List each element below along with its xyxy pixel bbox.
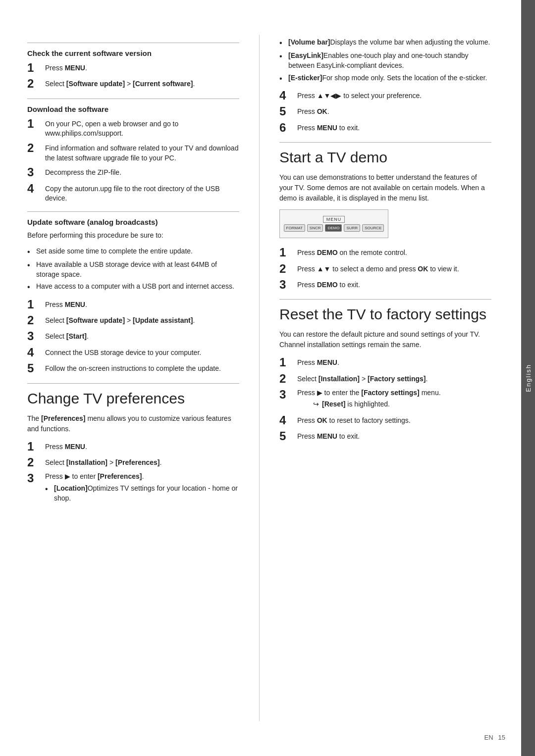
change-tv-desc: The [Preferences] menu allows you to cus… bbox=[27, 413, 239, 434]
steps-download-software: 1 On your PC, open a web browser and go … bbox=[27, 117, 239, 203]
steps-tv-demo: 1 Press DEMO on the remote control. 2 Pr… bbox=[279, 246, 491, 291]
tv-menu-surr: SURR bbox=[344, 224, 360, 232]
step-item: 5 Press MENU to exit. bbox=[279, 430, 491, 443]
bullet-dot: • bbox=[27, 260, 36, 271]
preferences-bullets: • [Location]Optimizes TV settings for yo… bbox=[45, 484, 239, 503]
divider-change-tv bbox=[27, 383, 239, 384]
step-number: 4 bbox=[27, 182, 43, 195]
steps-continuation: 4 Press ▲▼◀▶ to select your preference. … bbox=[279, 89, 491, 134]
step-number: 1 bbox=[27, 117, 43, 130]
step-number: 1 bbox=[27, 440, 43, 453]
step-text: Press MENU. bbox=[297, 356, 339, 368]
divider-check bbox=[27, 43, 239, 43]
right-column: • [Volume bar]Displays the volume bar wh… bbox=[260, 35, 491, 721]
step-number: 1 bbox=[27, 298, 43, 311]
tv-demo-desc: You can use demonstrations to better und… bbox=[279, 172, 491, 203]
step-number: 3 bbox=[27, 166, 43, 179]
sidebar-label: English bbox=[525, 364, 532, 392]
step-text: Select [Start]. bbox=[45, 330, 89, 342]
page-number: 15 bbox=[498, 734, 505, 741]
step-text: Press DEMO to exit. bbox=[297, 278, 360, 290]
heading-check-software: Check the current software version bbox=[27, 49, 239, 57]
arrow-symbol: ↪ bbox=[313, 400, 319, 408]
bullet-dot: • bbox=[45, 484, 54, 495]
bullet-dot: • bbox=[279, 73, 288, 84]
step-text: Press MENU to exit. bbox=[297, 430, 360, 442]
step-number: 2 bbox=[27, 142, 43, 154]
step-text: Follow the on-screen instructions to com… bbox=[45, 362, 221, 374]
bullet-text: [E-sticker]For shop mode only. Sets the … bbox=[288, 73, 487, 83]
step-item: 1 Press MENU. bbox=[27, 440, 239, 453]
step-item: 4 Press OK to reset to factory settings. bbox=[279, 414, 491, 427]
step-item: 1 Press MENU. bbox=[27, 298, 239, 311]
tv-menu-format: FORMAT bbox=[284, 224, 305, 232]
step-text: Connect the USB storage device to your c… bbox=[45, 346, 201, 358]
tv-menu-label: MENU bbox=[323, 216, 345, 223]
step-number: 5 bbox=[279, 430, 295, 443]
step-number: 2 bbox=[27, 456, 43, 469]
tv-menu-sncr: SNCR bbox=[307, 224, 323, 232]
title-change-tv: Change TV preferences bbox=[27, 390, 239, 407]
step-number: 1 bbox=[279, 246, 295, 259]
step-item: 2 Select [Software update] > [Current so… bbox=[27, 77, 239, 90]
steps-reset-tv: 1 Press MENU. 2 Select [Installation] > … bbox=[279, 356, 491, 443]
sidebar-tab: English bbox=[521, 0, 535, 756]
step-item: 2 Select [Installation] > [Preferences]. bbox=[27, 456, 239, 469]
step-number: 4 bbox=[279, 414, 295, 427]
bullet-item: • Have access to a computer with a USB p… bbox=[27, 282, 239, 293]
bullet-dot: • bbox=[27, 247, 36, 257]
bullet-text: [Volume bar]Displays the volume bar when… bbox=[288, 38, 490, 48]
tv-menu-source: SOURCE bbox=[362, 224, 384, 232]
step-text: On your PC, open a web browser and go to… bbox=[45, 117, 239, 139]
divider-update bbox=[27, 211, 239, 212]
step-number: 6 bbox=[279, 121, 295, 134]
step-text: Press ▲▼◀▶ to select your preference. bbox=[297, 89, 422, 101]
step-item: 2 Select [Installation] > [Factory setti… bbox=[279, 372, 491, 385]
step-text: Press ▶ to enter [Preferences]. bbox=[45, 470, 144, 480]
bullet-item: • Have available a USB storage device wi… bbox=[27, 260, 239, 279]
bullet-text: Set aside some time to complete the enti… bbox=[36, 247, 193, 256]
step-item: 1 On your PC, open a web browser and go … bbox=[27, 117, 239, 139]
tv-menu-image: MENU FORMAT SNCR DEMO SURR SOURCE bbox=[279, 209, 388, 238]
heading-update-software: Update software (analog broadcasts) bbox=[27, 218, 239, 226]
en-label: EN bbox=[484, 734, 493, 741]
step-text: Decompress the ZIP-file. bbox=[45, 166, 121, 178]
step-text: Select [Installation] > [Preferences]. bbox=[45, 456, 161, 468]
bullet-text: Have access to a computer with a USB por… bbox=[36, 282, 234, 292]
step-item: 3 Press ▶ to enter [Preferences]. • [Loc… bbox=[27, 472, 239, 508]
top-continuation-bullets: • [Volume bar]Displays the volume bar wh… bbox=[279, 38, 491, 84]
bullet-item: • [EasyLink]Enables one-touch play and o… bbox=[279, 51, 491, 70]
update-desc: Before performing this procedure be sure… bbox=[27, 230, 239, 241]
steps-change-tv: 1 Press MENU. 2 Select [Installation] > … bbox=[27, 440, 239, 508]
step-item: 3 Select [Start]. bbox=[27, 330, 239, 343]
step-text: Press ▶ to enter the [Factory settings] … bbox=[297, 387, 441, 397]
steps-update-software: 1 Press MENU. 2 Select [Software update]… bbox=[27, 298, 239, 375]
step-item: 3 Press DEMO to exit. bbox=[279, 278, 491, 291]
step-text: Select [Software update] > [Current soft… bbox=[45, 77, 195, 89]
step-item: 2 Press ▲▼ to select a demo and press OK… bbox=[279, 262, 491, 275]
step-item: 1 Press MENU. bbox=[279, 356, 491, 369]
step-text: Select [Software update] > [Update assis… bbox=[45, 314, 195, 326]
step-item: 3 Press ▶ to enter the [Factory settings… bbox=[279, 388, 491, 411]
step-item: 2 Select [Software update] > [Update ass… bbox=[27, 314, 239, 327]
step-number: 2 bbox=[27, 77, 43, 90]
step-text: Press MENU. bbox=[45, 440, 87, 452]
step-item: 4 Copy the autorun.upg file to the root … bbox=[27, 182, 239, 203]
bullet-text: [Location]Optimizes TV settings for your… bbox=[54, 484, 239, 503]
step-number: 3 bbox=[279, 388, 295, 401]
title-tv-demo: Start a TV demo bbox=[279, 149, 491, 166]
step-item: 4 Press ▲▼◀▶ to select your preference. bbox=[279, 89, 491, 102]
divider-tv-demo bbox=[279, 142, 491, 143]
bullet-dot: • bbox=[27, 282, 36, 293]
step-number: 4 bbox=[279, 89, 295, 102]
tv-menu-demo: DEMO bbox=[325, 224, 342, 232]
bullet-text: Have available a USB storage device with… bbox=[36, 260, 239, 279]
step-item: 4 Connect the USB storage device to your… bbox=[27, 346, 239, 359]
steps-check-software: 1 Press MENU. 2 Select [Software update]… bbox=[27, 61, 239, 91]
step-number: 2 bbox=[279, 262, 295, 275]
step-text: Find information and software related to… bbox=[45, 142, 239, 163]
step-text: Press ▲▼ to select a demo and press OK t… bbox=[297, 262, 459, 274]
update-bullets: • Set aside some time to complete the en… bbox=[27, 247, 239, 293]
step-item: 6 Press MENU to exit. bbox=[279, 121, 491, 134]
step-number: 3 bbox=[27, 472, 43, 485]
